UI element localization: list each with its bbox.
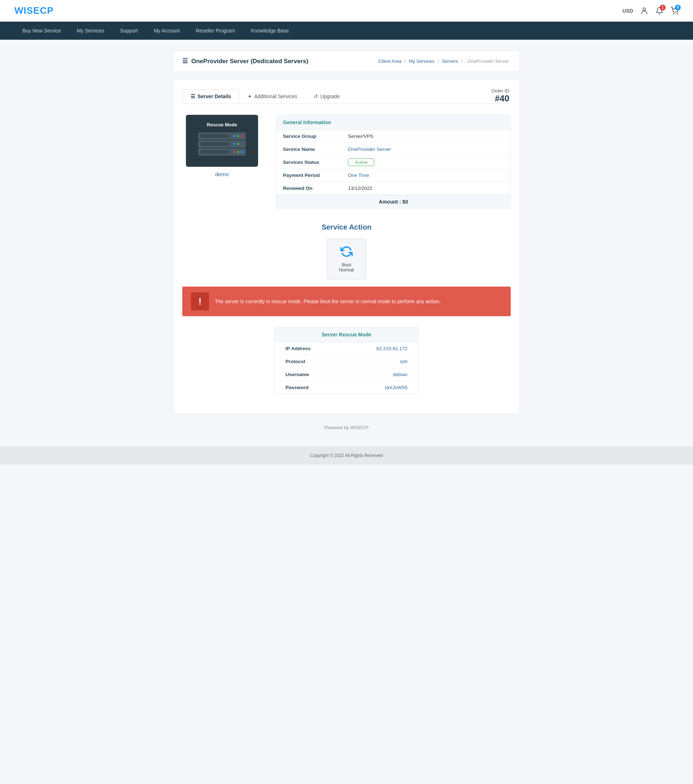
- svg-point-7: [241, 135, 243, 137]
- svg-point-15: [237, 151, 239, 153]
- server-image-area: Rescue Mode: [182, 115, 262, 209]
- upgrade-tab-icon: ↺: [314, 94, 318, 99]
- server-name: demo: [215, 171, 229, 177]
- cart-icon-button[interactable]: 0: [671, 7, 678, 15]
- nav-my-account[interactable]: My Account: [146, 21, 188, 40]
- alert-text: The server is currently in rescue mode. …: [215, 298, 441, 304]
- service-action-section: Service Action Boot Normal: [182, 223, 511, 279]
- server-title-icon: ☰: [182, 58, 188, 65]
- general-info-header: General Information: [277, 115, 510, 130]
- logo: WISECP: [15, 5, 54, 16]
- svg-point-14: [234, 151, 236, 153]
- nav-buy-new-service[interactable]: Buy New Service: [15, 21, 69, 40]
- nav-bar: Buy New Service My Services Support My A…: [0, 21, 693, 40]
- boot-normal-button[interactable]: Boot Normal: [327, 239, 366, 279]
- page-content: ☰ OneProvider Server (Dedicated Servers)…: [166, 51, 527, 436]
- svg-point-5: [234, 135, 236, 137]
- footer-copyright: Copyright © 2022 All Rights Reserved: [0, 446, 693, 464]
- svg-point-11: [237, 143, 239, 145]
- nav-knowledge-base[interactable]: Knowledge Base: [243, 21, 297, 40]
- nav-support[interactable]: Support: [112, 21, 146, 40]
- boot-normal-label: Boot Normal: [336, 262, 357, 273]
- rescue-info-row-password: Password taVJoW55: [275, 381, 418, 394]
- server-image-box: Rescue Mode: [186, 115, 258, 167]
- rescue-mode-label: Rescue Mode: [191, 122, 253, 127]
- svg-point-2: [677, 13, 678, 14]
- tabs: ☰ Server Details ✦ Additional Services ↺…: [182, 88, 511, 104]
- cart-badge: 0: [675, 5, 681, 10]
- rescue-info-row-username: Username debian: [275, 368, 418, 381]
- breadcrumb: Client Area / My Services / Servers / On…: [378, 58, 511, 64]
- tab-upgrade[interactable]: ↺ Upgrade: [305, 89, 348, 103]
- boot-normal-icon: [336, 245, 357, 260]
- tab-additional-services[interactable]: ✦ Additional Services: [239, 89, 305, 103]
- svg-point-0: [643, 8, 645, 10]
- service-action-title: Service Action: [182, 223, 511, 231]
- rescue-info-header: Server Rescue Mode: [275, 328, 418, 342]
- general-info-box: General Information Service Group Server…: [276, 115, 511, 209]
- svg-point-1: [673, 13, 674, 14]
- info-row-services-status: Services Status Active: [277, 156, 510, 169]
- info-row-payment-period: Payment Period One Time: [277, 169, 510, 182]
- user-icon-button[interactable]: [640, 7, 648, 15]
- top-right-icons: USD 1 0: [622, 7, 678, 15]
- svg-point-16: [241, 151, 243, 153]
- breadcrumb-servers[interactable]: Servers: [442, 58, 458, 64]
- breadcrumb-my-services[interactable]: My Services: [409, 58, 435, 64]
- tab-server-details[interactable]: ☰ Server Details: [182, 89, 239, 103]
- rescue-info-row-protocol: Protocol ssh: [275, 355, 418, 368]
- alert-icon-box: !: [191, 292, 209, 310]
- svg-rect-13: [200, 150, 229, 154]
- svg-rect-4: [200, 134, 229, 138]
- alert-warning-icon: !: [199, 296, 202, 307]
- breadcrumb-client-area[interactable]: Client Area: [378, 58, 402, 64]
- page-title: ☰ OneProvider Server (Dedicated Servers): [182, 58, 308, 65]
- rescue-info-box: Server Rescue Mode IP Address 62.210.81.…: [274, 327, 419, 394]
- notifications-icon-button[interactable]: 1: [655, 7, 663, 15]
- order-id-area: Order ID #40: [491, 88, 511, 104]
- info-row-service-name: Service Name OneProvider Server: [277, 143, 510, 156]
- server-layout: Rescue Mode: [182, 115, 511, 209]
- info-row-renewed-on: Renewed On 13/12/2022: [277, 182, 510, 195]
- additional-services-tab-icon: ✦: [248, 94, 252, 99]
- nav-my-services[interactable]: My Services: [69, 21, 112, 40]
- action-buttons: Boot Normal: [182, 239, 511, 279]
- page-header: ☰ OneProvider Server (Dedicated Servers)…: [173, 51, 520, 72]
- svg-rect-9: [200, 142, 229, 146]
- amount-footer: Amount : $0: [277, 195, 510, 208]
- main-card: ☰ Server Details ✦ Additional Services ↺…: [173, 79, 520, 414]
- status-badge: Active: [348, 158, 374, 166]
- nav-reseller-program[interactable]: Reseller Program: [188, 21, 243, 40]
- server-details-tab-icon: ☰: [191, 94, 195, 99]
- rescue-mode-alert: ! The server is currently in rescue mode…: [182, 287, 511, 316]
- currency-selector[interactable]: USD: [622, 8, 633, 14]
- top-bar: WISECP USD 1 0: [0, 0, 693, 21]
- notifications-badge: 1: [660, 5, 665, 10]
- server-illustration: [197, 131, 247, 160]
- svg-point-10: [234, 143, 236, 145]
- footer-powered: Powered by WISECP: [173, 414, 520, 436]
- info-panel: General Information Service Group Server…: [276, 115, 511, 209]
- rescue-info-row-ip: IP Address 62.210.81.172: [275, 342, 418, 355]
- breadcrumb-current: OneProvider Server: [467, 58, 509, 64]
- info-row-service-group: Service Group Server/VPS: [277, 130, 510, 143]
- svg-point-6: [237, 135, 239, 137]
